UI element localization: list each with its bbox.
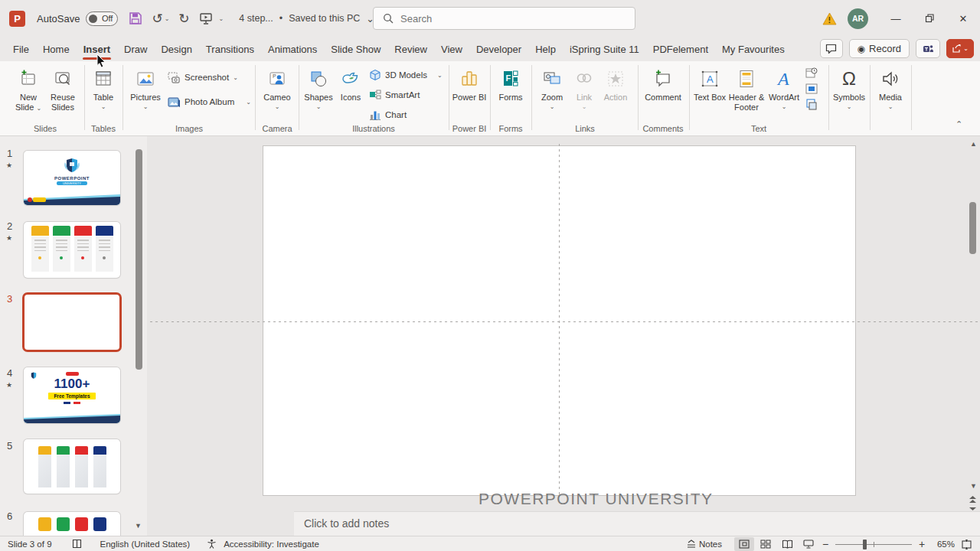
tab-animations[interactable]: Animations — [261, 37, 324, 61]
tab-view[interactable]: View — [434, 37, 469, 61]
wordart-button[interactable]: A WordArt ⌄ — [766, 65, 802, 125]
canvas-scrollbar[interactable]: ▲ ▼ — [968, 136, 978, 536]
slide-3-thumbnail-selected[interactable] — [22, 292, 122, 352]
notes-pane[interactable]: Click to add notes — [294, 511, 980, 536]
zoom-button[interactable]: Zoom ⌄ — [534, 65, 570, 125]
scroll-up-icon[interactable]: ▲ — [969, 140, 978, 148]
teams-meeting-button[interactable] — [916, 39, 940, 58]
icons-button[interactable]: Icons — [335, 65, 366, 125]
slide-2-thumbnail[interactable] — [24, 222, 120, 278]
spell-check-icon[interactable] — [72, 539, 82, 549]
account-avatar[interactable]: AR — [848, 8, 868, 29]
start-slideshow-icon[interactable] — [199, 12, 213, 24]
slide-indicator[interactable]: Slide 3 of 9 — [8, 540, 52, 549]
autosave-toggle[interactable]: Off — [86, 11, 118, 26]
vertical-guide[interactable] — [559, 144, 560, 497]
tab-ispring-suite[interactable]: iSpring Suite 11 — [563, 37, 646, 61]
slide-4-thumbnail[interactable]: 1100+ Free Templates — [24, 367, 120, 423]
share-button[interactable]: ⌄ — [946, 39, 974, 58]
tab-design[interactable]: Design — [154, 37, 198, 61]
accessibility-status[interactable]: Accessibility: Investigate — [224, 540, 319, 549]
undo-icon[interactable]: ↺ — [152, 12, 162, 25]
slideshow-view-button[interactable] — [799, 537, 818, 551]
tab-developer[interactable]: Developer — [469, 37, 528, 61]
slide-6-thumbnail[interactable] — [24, 512, 120, 536]
tab-pdfelement[interactable]: PDFelement — [646, 37, 715, 61]
slide-number-button[interactable] — [805, 83, 818, 94]
undo-chevron-icon[interactable]: ⌄ — [165, 15, 170, 22]
warning-icon[interactable] — [822, 12, 837, 25]
search-box[interactable] — [373, 7, 635, 30]
zoom-level[interactable]: 65% — [929, 540, 955, 549]
table-button[interactable]: Table ⌄ — [86, 65, 121, 125]
header-footer-button[interactable]: Header & Footer — [727, 65, 766, 125]
date-time-button[interactable] — [805, 67, 818, 79]
object-button[interactable] — [805, 99, 818, 110]
slide-5-thumbnail[interactable] — [24, 439, 120, 494]
3d-models-button[interactable]: 3D Models ⌄ — [369, 66, 443, 84]
thumbnail-scrollbar-thumb[interactable] — [136, 149, 142, 370]
zoom-in-button[interactable]: + — [916, 538, 927, 550]
redo-icon[interactable]: ↻ — [178, 12, 189, 25]
tab-transitions[interactable]: Transitions — [199, 37, 261, 61]
new-slide-button[interactable]: New Slide ⌄ — [11, 65, 46, 125]
powerpoint-logo-icon[interactable]: P — [9, 11, 25, 27]
cameo-button[interactable]: P Cameo ⌄ — [258, 65, 296, 125]
toggle-knob-icon — [89, 15, 97, 23]
photo-album-button[interactable]: Photo Album ⌄ — [168, 93, 251, 111]
reuse-slides-button[interactable]: Reuse Slides — [44, 65, 81, 125]
text-box-button[interactable]: A Text Box — [693, 65, 727, 125]
minimize-button[interactable]: — — [879, 0, 913, 37]
language-indicator[interactable]: English (United States) — [100, 540, 191, 549]
save-icon[interactable] — [129, 11, 142, 25]
close-button[interactable]: ✕ — [946, 0, 980, 37]
reading-view-button[interactable] — [777, 537, 797, 551]
zoom-out-button[interactable]: − — [820, 538, 831, 550]
action-button: Action — [599, 65, 632, 125]
tab-my-favourites[interactable]: My Favourites — [715, 37, 792, 61]
saved-status[interactable]: Saved to this PC — [289, 13, 360, 24]
fit-slide-button[interactable] — [961, 540, 972, 549]
canvas-scrollbar-thumb[interactable] — [969, 202, 976, 254]
quick-access-more-icon[interactable]: ⌄ — [219, 15, 224, 22]
forms-button[interactable]: F Forms — [492, 65, 529, 125]
slide-sorter-view-button[interactable] — [756, 537, 776, 551]
smartart-button[interactable]: SmartArt — [369, 86, 420, 104]
power-bi-button[interactable]: Power BI — [451, 65, 488, 125]
tab-draw[interactable]: Draw — [117, 37, 154, 61]
media-button[interactable]: Media ⌄ — [873, 65, 908, 125]
scroll-down-icon[interactable]: ▼ — [969, 482, 978, 490]
symbols-button[interactable]: Ω Symbols ⌄ — [831, 65, 867, 125]
notes-toggle-button[interactable]: Notes — [687, 540, 722, 549]
group-label-forms: Forms — [490, 124, 531, 133]
zoom-slider[interactable] — [835, 537, 912, 551]
comment-button[interactable]: Comment — [640, 65, 686, 125]
record-button[interactable]: ◉ Record — [849, 39, 910, 58]
wordart-icon: A — [774, 67, 794, 91]
comments-pane-button[interactable] — [820, 39, 843, 58]
slide-1-thumbnail[interactable]: POWERPOINT UNIVERSITY — [24, 151, 120, 205]
tab-slide-show[interactable]: Slide Show — [324, 37, 387, 61]
tab-review[interactable]: Review — [387, 37, 434, 61]
tab-home[interactable]: Home — [36, 37, 77, 61]
slide-editing-canvas[interactable]: POWERPOINT UNIVERSITY ▲ ▼ Click to add n… — [147, 136, 980, 536]
search-input[interactable] — [400, 13, 592, 24]
zoom-slider-thumb[interactable] — [863, 540, 867, 549]
screenshot-button[interactable]: Screenshot ⌄ — [168, 68, 238, 86]
thumbnail-scrollbar[interactable]: ▼ — [136, 136, 142, 536]
document-name[interactable]: 4 step... — [239, 13, 273, 24]
tab-help[interactable]: Help — [528, 37, 563, 61]
restore-button[interactable] — [913, 0, 946, 37]
shapes-button[interactable]: Shapes ⌄ — [302, 65, 335, 125]
tab-file[interactable]: File — [6, 37, 36, 61]
horizontal-guide[interactable] — [150, 321, 980, 322]
normal-view-button[interactable] — [734, 537, 754, 551]
thumbnail-scroll-down-icon[interactable]: ▼ — [135, 522, 142, 530]
pictures-button[interactable]: Pictures ⌄ — [126, 65, 165, 125]
chart-button[interactable]: Chart — [369, 106, 407, 124]
notes-placeholder[interactable]: Click to add notes — [304, 517, 980, 530]
previous-slide-button[interactable] — [969, 496, 978, 504]
collapse-ribbon-button[interactable]: ⌃ — [956, 119, 962, 129]
slide-footer-text[interactable]: POWERPOINT UNIVERSITY — [479, 490, 671, 508]
accessibility-icon[interactable] — [207, 539, 217, 549]
